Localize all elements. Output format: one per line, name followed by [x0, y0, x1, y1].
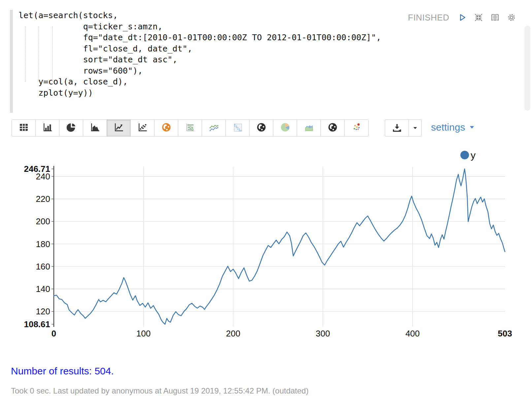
status-badge: FINISHED — [408, 13, 449, 23]
globe-dark-icon — [256, 122, 267, 134]
area-icon — [89, 122, 101, 134]
collapse-paragraph-button[interactable] — [473, 12, 484, 23]
chart-type-pie-chart-button[interactable] — [59, 120, 83, 136]
collapse-icon — [473, 12, 484, 23]
download-button-group — [385, 119, 422, 137]
y-tick-label: 108.61 — [24, 319, 50, 329]
chart-type-area-chart-pastel-button[interactable] — [297, 120, 321, 136]
paragraph-left-bar — [10, 10, 13, 113]
table-icon — [18, 122, 29, 134]
paragraph-controls: FINISHED — [408, 12, 517, 23]
legend-dot — [460, 151, 469, 159]
globe-dark-icon — [327, 122, 338, 134]
download-options-button[interactable] — [409, 120, 421, 136]
x-tick-label: 503 — [498, 329, 512, 338]
chart-type-globe-dark-2-button[interactable] — [321, 120, 345, 136]
x-tick-label: 300 — [316, 329, 330, 338]
download-data-button[interactable] — [385, 120, 409, 136]
legend-item-y[interactable]: y — [460, 150, 476, 161]
show-editor-button[interactable] — [489, 12, 501, 23]
scatter-icon — [137, 122, 148, 134]
y-tick-label: 180 — [36, 239, 50, 249]
stock-price-line-chart: 246.71240220200180160140120108.610100200… — [0, 143, 532, 341]
chart-type-area-chart-button[interactable] — [83, 120, 107, 136]
heatmap-icon — [232, 122, 243, 134]
globe-orange-icon — [161, 122, 172, 134]
y-tick-label: 200 — [36, 216, 50, 226]
bubble-icon — [184, 122, 196, 134]
chart-type-multi-line-chart-button[interactable] — [202, 120, 226, 136]
legend-label: y — [471, 150, 476, 161]
chart-type-toolbar — [12, 119, 369, 137]
settings-label: settings — [431, 122, 465, 133]
scatter-color-icon — [351, 122, 362, 134]
execution-meta: Took 0 sec. Last updated by anonymous at… — [11, 386, 309, 395]
settings-toggle[interactable]: settings — [431, 122, 476, 133]
chart-type-line-chart-button[interactable] — [107, 120, 131, 136]
chart-type-globe-orange-button[interactable] — [154, 120, 178, 136]
chart-type-table-button[interactable] — [12, 120, 36, 136]
book-icon — [490, 12, 500, 23]
run-paragraph-button[interactable] — [456, 12, 468, 23]
x-tick-label: 200 — [226, 329, 240, 338]
bar-icon — [42, 122, 53, 134]
line-icon — [113, 122, 124, 134]
indent-guide — [52, 26, 53, 82]
x-tick-label: 100 — [136, 329, 150, 338]
editor-scrollbar[interactable] — [524, 26, 530, 111]
series-line-y — [54, 169, 505, 324]
chart-type-bubble-chart-button[interactable] — [178, 120, 202, 136]
y-tick-label: 220 — [36, 194, 50, 204]
chart-type-globe-dark-1-button[interactable] — [249, 120, 273, 136]
pie-pastel-icon — [280, 122, 291, 134]
paragraph-settings-button[interactable] — [506, 12, 517, 23]
area-pastel-icon — [303, 122, 315, 134]
play-icon — [457, 12, 467, 23]
chart-type-bar-chart-button[interactable] — [36, 120, 59, 136]
y-tick-label: 140 — [36, 284, 50, 294]
pie-icon — [66, 122, 77, 134]
chart-type-heatmap-button[interactable] — [226, 120, 249, 136]
x-tick-label: 400 — [405, 329, 419, 338]
chart-type-pie-chart-pastel-button[interactable] — [273, 120, 297, 136]
x-tick-label: 0 — [51, 329, 56, 338]
code-editor[interactable]: let(a=search(stocks, q=ticker_s:amzn, fq… — [18, 10, 381, 98]
gear-icon — [506, 12, 517, 23]
y-tick-label: 240 — [36, 172, 50, 181]
indent-guide — [38, 26, 39, 82]
results-count: Number of results: 504. — [11, 365, 114, 377]
zeppelin-paragraph: let(a=search(stocks, q=ticker_s:amzn, fq… — [0, 0, 532, 411]
caret-down-icon — [411, 124, 419, 132]
chart-type-scatter-color-button[interactable] — [345, 120, 368, 136]
chart-type-scatter-chart-button[interactable] — [131, 120, 154, 136]
y-tick-label: 160 — [36, 262, 50, 271]
caret-down-icon — [468, 124, 476, 131]
download-icon — [391, 122, 403, 134]
indent-guide — [25, 26, 26, 82]
y-tick-label: 120 — [36, 306, 50, 316]
multiline-icon — [208, 122, 219, 134]
